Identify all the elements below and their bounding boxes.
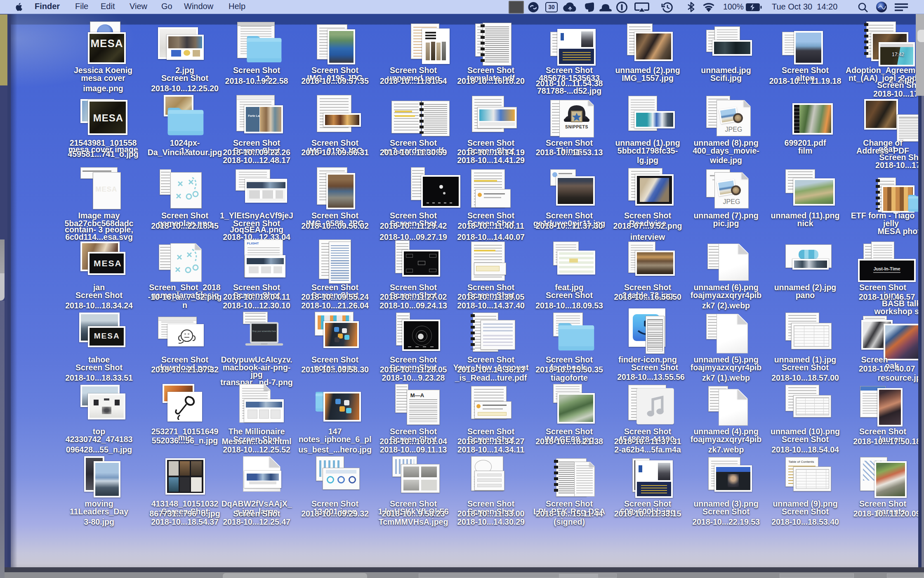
svg-text:Drop your screenshot here: Drop your screenshot here [252, 330, 276, 332]
svg-text:SNIPPETS: SNIPPETS [565, 124, 588, 129]
